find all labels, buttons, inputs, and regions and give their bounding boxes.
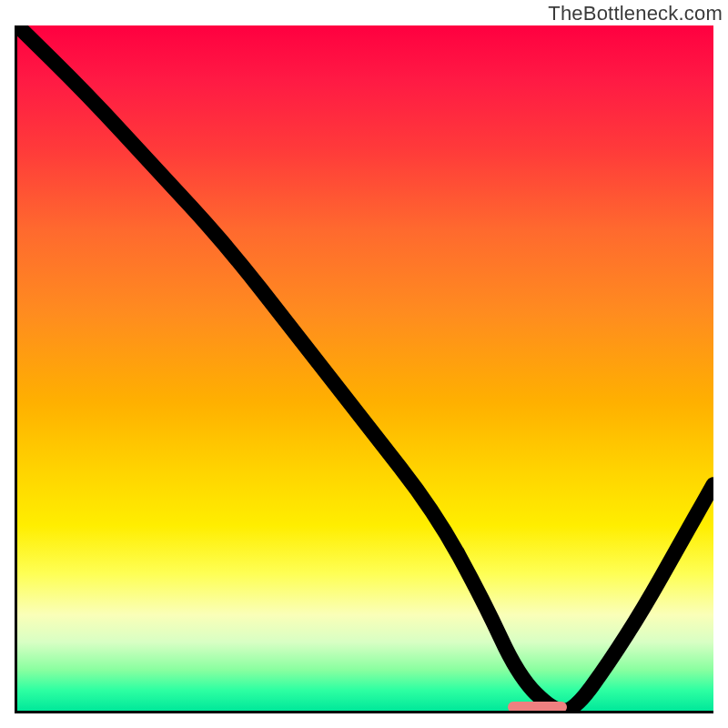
- bottleneck-curve: [17, 25, 713, 711]
- watermark-text: TheBottleneck.com: [548, 2, 723, 25]
- curve-svg: [17, 25, 713, 711]
- plot-area: [15, 25, 713, 713]
- chart-container: TheBottleneck.com: [0, 0, 728, 728]
- optimal-marker: [508, 702, 567, 713]
